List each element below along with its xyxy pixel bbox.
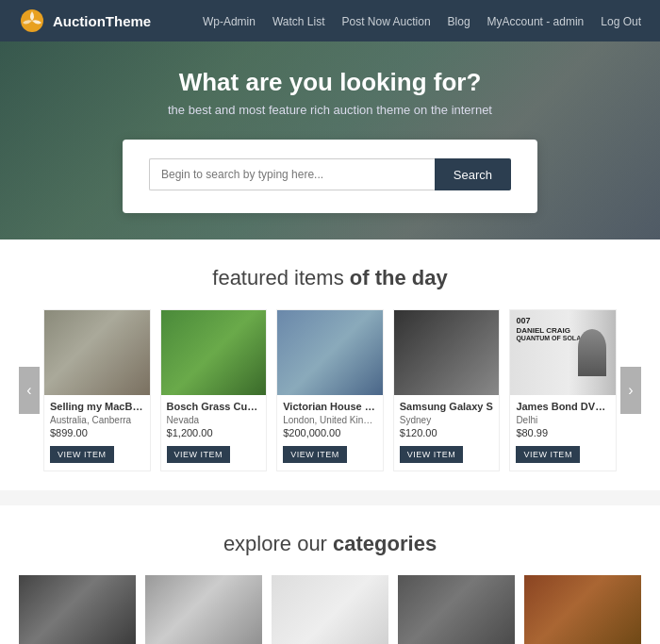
categories-section: explore our categories Digital TV Hardwa…: [0, 505, 660, 644]
logo-icon: [19, 8, 45, 34]
item-name: Samsung Galaxy S: [400, 400, 494, 413]
item-info: James Bond DVD Pack 007 Delhi $80.99 VIE…: [510, 395, 616, 471]
view-item-button[interactable]: VIEW ITEM: [283, 446, 347, 463]
item-location: Sydney: [400, 415, 494, 425]
carousel-next-button[interactable]: ›: [620, 367, 641, 414]
category-card-housing[interactable]: Housing: [398, 575, 515, 644]
nav-logout[interactable]: Log Out: [601, 15, 641, 28]
nav-blog[interactable]: Blog: [448, 15, 470, 28]
item-location: Delhi: [516, 415, 610, 425]
item-image: [44, 310, 150, 395]
item-location: Australia, Canberra: [50, 415, 144, 425]
featured-title: featured items of the day: [19, 266, 641, 290]
item-name: Bosch Grass Cutting machin: [167, 400, 261, 413]
search-row: Search: [149, 158, 511, 190]
item-price: $1,200.00: [167, 427, 261, 438]
item-price: $899.00: [50, 427, 144, 438]
item-info: Selling my MacBook Apple L Australia, Ca…: [44, 395, 150, 471]
categories-grid: Digital TV Hardware Houses Housing Music…: [19, 575, 641, 644]
hero-subheading: the best and most feature rich auction t…: [168, 103, 492, 117]
nav-watchlist[interactable]: Watch List: [272, 15, 325, 28]
hero-heading: What are you looking for?: [179, 68, 482, 97]
category-image: [19, 575, 136, 644]
featured-section: featured items of the day ‹ Selling my M…: [0, 239, 660, 490]
item-card: Bosch Grass Cutting machin Nevada $1,200…: [160, 309, 268, 471]
category-card-houses[interactable]: Houses: [272, 575, 388, 644]
view-item-button[interactable]: VIEW ITEM: [516, 446, 580, 463]
items-grid: Selling my MacBook Apple L Australia, Ca…: [40, 309, 620, 471]
nav-links: Wp-Admin Watch List Post Now Auction Blo…: [203, 12, 641, 29]
nav-wp-admin[interactable]: Wp-Admin: [203, 15, 256, 28]
item-info: Samsung Galaxy S Sydney $120.00 VIEW ITE…: [394, 395, 500, 471]
item-name: Selling my MacBook Apple L: [50, 400, 144, 413]
view-item-button[interactable]: VIEW ITEM: [50, 446, 114, 463]
categories-title: explore our categories: [19, 532, 641, 556]
item-name: James Bond DVD Pack 007: [516, 400, 610, 413]
item-image: [394, 310, 500, 395]
category-card-music[interactable]: Music & Art: [524, 575, 641, 644]
search-container: Search: [123, 140, 537, 213]
categories-title-bold: categories: [333, 532, 437, 555]
item-price: $200,000.00: [283, 427, 377, 438]
items-carousel: ‹ Selling my MacBook Apple L Australia, …: [19, 309, 641, 471]
category-image: [398, 575, 515, 644]
item-card: 007 DANIEL CRAIG QUANTUM OF SOLACE James…: [509, 309, 617, 471]
view-item-button[interactable]: VIEW ITEM: [400, 446, 464, 463]
item-price: $80.99: [516, 427, 610, 438]
item-name: Victorian House 19th Centu: [283, 400, 377, 413]
item-card: Victorian House 19th Centu London, Unite…: [276, 309, 384, 471]
search-input[interactable]: [149, 158, 435, 190]
search-button[interactable]: Search: [435, 158, 511, 190]
category-image: [145, 575, 262, 644]
section-divider: [0, 490, 660, 505]
view-item-button[interactable]: VIEW ITEM: [167, 446, 231, 463]
carousel-prev-button[interactable]: ‹: [19, 367, 40, 414]
item-info: Victorian House 19th Centu London, Unite…: [277, 395, 383, 471]
categories-title-start: explore our: [223, 532, 333, 555]
featured-title-bold: of the day: [350, 266, 448, 289]
item-card: Samsung Galaxy S Sydney $120.00 VIEW ITE…: [393, 309, 501, 471]
hero-section: What are you looking for? the best and m…: [0, 41, 660, 239]
item-info: Bosch Grass Cutting machin Nevada $1,200…: [161, 395, 267, 471]
item-image: [161, 310, 267, 395]
category-image: [272, 575, 388, 644]
item-card: Selling my MacBook Apple L Australia, Ca…: [43, 309, 151, 471]
item-location: Nevada: [167, 415, 261, 425]
navbar: AuctionTheme Wp-Admin Watch List Post No…: [0, 0, 660, 41]
item-location: London, United Kingdom: [283, 415, 377, 425]
logo[interactable]: AuctionTheme: [19, 8, 151, 34]
category-image: [524, 575, 641, 644]
logo-text: AuctionTheme: [53, 13, 151, 29]
category-card-tv[interactable]: Digital TV: [19, 575, 136, 644]
item-image: [277, 310, 383, 395]
category-card-hardware[interactable]: Hardware: [145, 575, 262, 644]
nav-post-auction[interactable]: Post Now Auction: [342, 15, 431, 28]
item-price: $120.00: [400, 427, 494, 438]
nav-my-account[interactable]: MyAccount - admin: [487, 15, 585, 28]
featured-title-start: featured items: [212, 266, 350, 289]
item-image: 007 DANIEL CRAIG QUANTUM OF SOLACE: [510, 310, 616, 395]
